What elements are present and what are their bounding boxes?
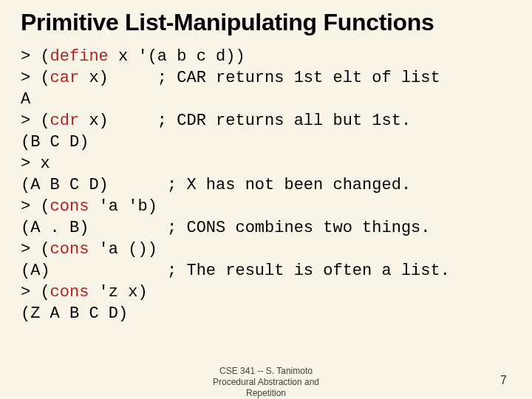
keyword-car: car <box>50 69 80 87</box>
code-line: (B C D) <box>21 133 89 151</box>
code-block: > (define x '(a b c d)) > (car x) ; CAR … <box>21 46 517 324</box>
code-line: > (cdr x) ; CDR returns all but 1st. <box>21 112 411 130</box>
keyword-cdr: cdr <box>50 112 80 130</box>
slide: Primitive List-Manipulating Functions > … <box>0 0 532 399</box>
keyword-cons: cons <box>50 240 89 259</box>
keyword-define: define <box>50 47 109 66</box>
code-line: > (cons 'z x) <box>21 283 148 301</box>
t: > ( <box>21 112 50 130</box>
slide-footer: CSE 341 -- S. Tanimoto Procedural Abstra… <box>0 366 532 399</box>
t: > ( <box>21 47 50 66</box>
code-line: > (car x) ; CAR returns 1st elt of list <box>21 69 440 87</box>
keyword-cons: cons <box>50 283 89 301</box>
code-line: A <box>21 90 30 109</box>
code-line: > (cons 'a 'b) <box>21 197 157 216</box>
code-line: (A) ; The result is often a list. <box>21 262 450 280</box>
slide-title: Primitive List-Manipulating Functions <box>21 9 517 36</box>
footer-line: Procedural Abstraction and <box>0 377 532 388</box>
t: 'a ()) <box>89 240 157 259</box>
code-line: > x <box>21 154 50 173</box>
code-line: (Z A B C D) <box>21 304 128 323</box>
code-line: (A B C D) ; X has not been changed. <box>21 176 411 194</box>
t: 'a 'b) <box>89 197 157 216</box>
t: > ( <box>21 69 50 87</box>
t: > ( <box>21 283 50 301</box>
t: x '(a b c d)) <box>109 47 245 66</box>
t: 'z x) <box>89 283 147 301</box>
footer-line: Repetition <box>0 388 532 399</box>
keyword-cons: cons <box>50 197 89 216</box>
t: > ( <box>21 240 50 259</box>
t: x) ; CDR returns all but 1st. <box>79 112 411 130</box>
page-number: 7 <box>500 374 507 387</box>
t: > ( <box>21 197 50 216</box>
code-line: (A . B) ; CONS combines two things. <box>21 219 431 237</box>
footer-line: CSE 341 -- S. Tanimoto <box>0 366 532 377</box>
code-line: > (define x '(a b c d)) <box>21 47 245 66</box>
code-line: > (cons 'a ()) <box>21 240 157 259</box>
t: x) ; CAR returns 1st elt of list <box>79 69 440 87</box>
